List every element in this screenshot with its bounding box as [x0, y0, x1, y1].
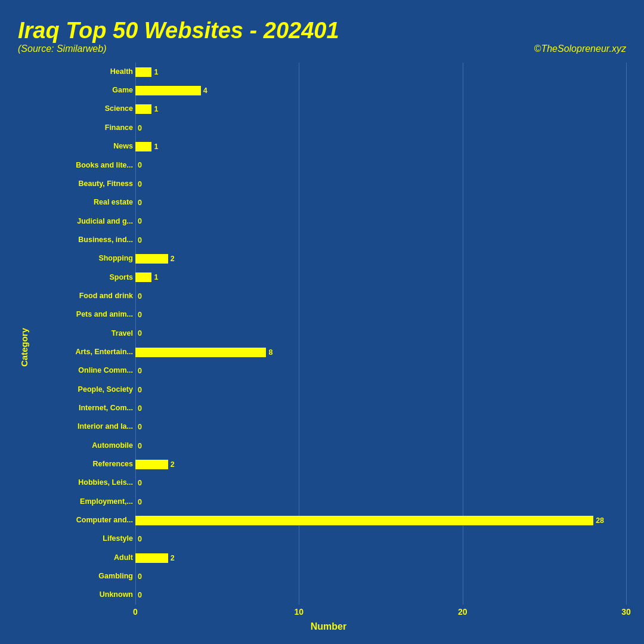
- bar-value-label: 1: [154, 273, 158, 281]
- bar-row: 0: [135, 436, 626, 455]
- category-label: Pets and anim...: [31, 311, 133, 319]
- x-axis-ticks: 0102030: [135, 607, 626, 619]
- bar-value-label: 28: [596, 516, 604, 525]
- category-label: Beauty, Fitness: [31, 180, 133, 188]
- category-label: Lifestyle: [31, 535, 133, 543]
- bar: [135, 460, 168, 469]
- bar-value-label: 2: [171, 255, 175, 263]
- bar-value-label: 0: [138, 498, 142, 506]
- bars-section: 141010000021000800000200280200: [135, 63, 626, 605]
- bar-row: 1: [135, 268, 626, 287]
- bar-value-label: 0: [138, 572, 142, 581]
- bar-row: 0: [135, 156, 626, 175]
- bar-row: 1: [135, 100, 626, 119]
- bar-row: 0: [135, 175, 626, 193]
- bar-row: 0: [135, 305, 626, 324]
- bar-value-label: 2: [171, 554, 175, 562]
- bar-value-label: 0: [138, 180, 142, 188]
- bar-row: 4: [135, 81, 626, 100]
- bar-row: 1: [135, 63, 626, 81]
- grid-line: [626, 63, 627, 605]
- bar-row: 0: [135, 362, 626, 380]
- bars-rows: 141010000021000800000200280200: [135, 63, 626, 605]
- bar-value-label: 0: [138, 236, 142, 244]
- source-text: (Source: Similarweb): [18, 44, 106, 54]
- category-label: Food and drink: [31, 292, 133, 301]
- category-label: Unknown: [31, 591, 133, 599]
- x-axis-area: 0102030 Number: [31, 607, 626, 632]
- category-label: Business, ind...: [31, 236, 133, 244]
- bar-row: 1: [135, 137, 626, 156]
- y-axis-label: Category: [20, 328, 30, 367]
- bar-row: 0: [135, 119, 626, 137]
- bar-value-label: 2: [171, 460, 175, 469]
- x-tick-label: 20: [458, 607, 467, 617]
- category-label: People, Society: [31, 386, 133, 394]
- bar-row: 8: [135, 343, 626, 361]
- category-label: Shopping: [31, 255, 133, 263]
- subtitle-row: (Source: Similarweb) ©TheSolopreneur.xyz: [18, 44, 626, 54]
- bar-value-label: 0: [138, 311, 142, 319]
- bar-value-label: 0: [138, 386, 142, 394]
- category-label: Science: [31, 105, 133, 113]
- bar-value-label: 0: [138, 329, 142, 338]
- bar-value-label: 0: [138, 535, 142, 543]
- bar: [135, 142, 151, 151]
- bar-value-label: 1: [154, 105, 158, 113]
- chart-inner: HealthGameScienceFinanceNewsBooks and li…: [31, 63, 626, 632]
- bar-row: 0: [135, 287, 626, 305]
- category-label: Game: [31, 86, 133, 95]
- category-label: Arts, Entertain...: [31, 348, 133, 357]
- category-label: Finance: [31, 124, 133, 132]
- category-label: Automobile: [31, 442, 133, 450]
- bar-row: 0: [135, 586, 626, 605]
- copyright-text: ©TheSolopreneur.xyz: [534, 44, 626, 54]
- bar-row: 0: [135, 380, 626, 399]
- bar-row: 0: [135, 530, 626, 549]
- bar-value-label: 0: [138, 161, 142, 169]
- chart-title: Iraq Top 50 Websites - 202401: [18, 18, 626, 44]
- bar-row: 0: [135, 324, 626, 343]
- bar-value-label: 0: [138, 367, 142, 375]
- category-label: Sports: [31, 274, 133, 282]
- bar-value-label: 0: [138, 217, 142, 225]
- bar-row: 0: [135, 418, 626, 436]
- bar: [135, 86, 201, 95]
- bar-value-label: 0: [138, 591, 142, 599]
- category-label: References: [31, 460, 133, 469]
- x-tick-label: 30: [621, 607, 631, 617]
- bar-row: 0: [135, 399, 626, 417]
- category-label: Real estate: [31, 199, 133, 207]
- bar: [135, 273, 151, 282]
- category-label: Interior and la...: [31, 423, 133, 431]
- bar-row: 0: [135, 567, 626, 586]
- bar-value-label: 0: [138, 199, 142, 207]
- bar-row: 2: [135, 549, 626, 567]
- category-label: Health: [31, 68, 133, 76]
- bar-row: 28: [135, 511, 626, 530]
- category-label: Internet, Com...: [31, 404, 133, 413]
- bar-value-label: 0: [138, 423, 142, 431]
- category-labels: HealthGameScienceFinanceNewsBooks and li…: [31, 63, 135, 605]
- category-label: News: [31, 143, 133, 151]
- bar-value-label: 4: [203, 86, 208, 95]
- x-tick-label: 0: [133, 607, 138, 617]
- x-axis-title: Number: [31, 621, 626, 632]
- bar-value-label: 0: [138, 479, 142, 487]
- bar-value-label: 0: [138, 442, 142, 450]
- category-label: Employment,...: [31, 498, 133, 506]
- bar-row: 0: [135, 193, 626, 212]
- category-label: Gambling: [31, 572, 133, 581]
- bar-row: 0: [135, 231, 626, 249]
- bar-value-label: 0: [138, 404, 142, 413]
- bar-value-label: 0: [138, 124, 142, 132]
- bar: [135, 67, 151, 77]
- bar-value-label: 1: [154, 143, 158, 151]
- bar-value-label: 8: [268, 348, 273, 357]
- bar-row: 0: [135, 493, 626, 511]
- main-container: Iraq Top 50 Websites - 202401 (Source: S…: [0, 0, 644, 644]
- bar: [135, 104, 151, 114]
- bar-row: 2: [135, 249, 626, 268]
- bar-value-label: 0: [138, 292, 142, 301]
- category-label: Judicial and g...: [31, 218, 133, 226]
